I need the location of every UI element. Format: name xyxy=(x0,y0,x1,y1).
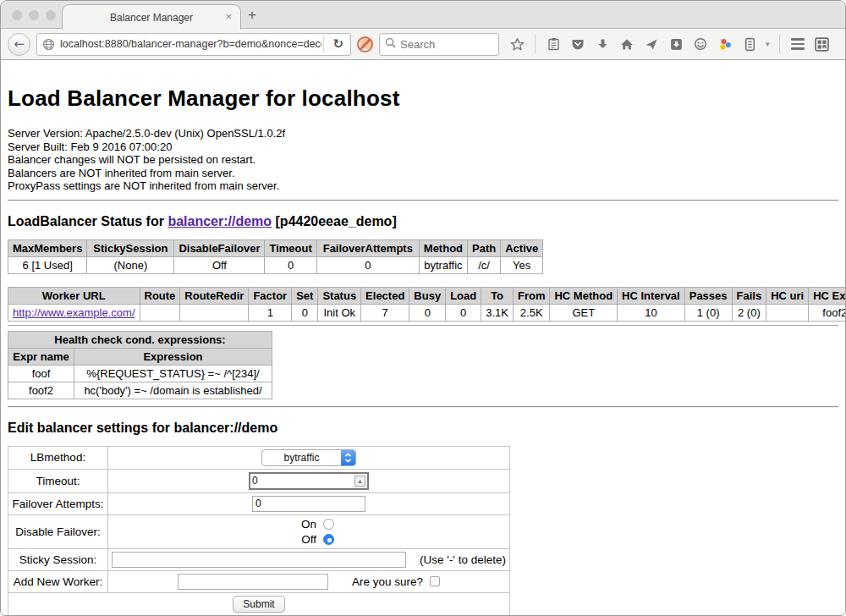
downloads-icon[interactable] xyxy=(594,36,611,52)
radio-on[interactable] xyxy=(323,519,334,530)
pocket-icon[interactable] xyxy=(569,36,586,52)
proxypass-note-line: ProxyPass settings are NOT inherited fro… xyxy=(8,179,838,193)
sticky-session-label: Sticky Session: xyxy=(8,548,108,570)
col-to: To xyxy=(481,287,514,304)
submit-button[interactable]: Submit xyxy=(233,596,284,613)
number-spinner-icon[interactable]: ▲ xyxy=(354,476,365,487)
colored-dots-extension-icon[interactable] xyxy=(717,36,733,52)
radio-on-label: On xyxy=(301,518,316,531)
search-input[interactable] xyxy=(400,38,485,51)
toolbar-separator-2 xyxy=(779,35,780,53)
timeout-input[interactable]: 0 ▲ xyxy=(249,472,369,490)
form-row-add-worker: Add New Worker: Are you sure? xyxy=(8,570,510,592)
cell-timeout: 0 xyxy=(265,256,316,273)
col-passes: Passes xyxy=(684,287,732,304)
new-tab-button[interactable]: + xyxy=(248,8,256,22)
form-row-failover: Failover Attempts: xyxy=(8,492,510,514)
col-load: Load xyxy=(446,287,481,304)
balancer-demo-link[interactable]: balancer://demo xyxy=(168,214,272,228)
loadbalancer-status-heading: LoadBalancer Status for balancer://demo … xyxy=(8,214,838,229)
col-fails: Fails xyxy=(732,287,766,304)
disable-failover-label: Disable Failover: xyxy=(8,514,108,548)
minimize-window-button[interactable] xyxy=(29,10,39,20)
cell-path: /c/ xyxy=(468,256,501,273)
form-row-sticky: Sticky Session: (Use '-' to delete) xyxy=(8,548,510,570)
bookmark-star-icon[interactable] xyxy=(508,36,525,52)
failover-attempts-input[interactable] xyxy=(252,496,365,512)
col-hc-expr: HC Expr xyxy=(809,287,845,304)
col-factor: Factor xyxy=(249,287,292,304)
col-elected: Elected xyxy=(361,287,409,304)
content-blocked-icon[interactable] xyxy=(357,36,373,52)
persist-note-line: Balancer changes will NOT be persisted o… xyxy=(8,153,838,167)
server-version-line: Server Version: Apache/2.5.0-dev (Unix) … xyxy=(8,127,838,140)
sticky-session-input[interactable] xyxy=(112,552,406,568)
col-maxmembers: MaxMembers xyxy=(8,239,87,256)
form-row-timeout: Timeout: 0 ▲ xyxy=(8,469,510,492)
nav-toolbar: ← ↻ xyxy=(1,28,845,60)
home-icon[interactable] xyxy=(618,36,635,52)
cell-expression: %{REQUEST_STATUS} =~ /^[234]/ xyxy=(74,365,272,382)
grid-extension-icon[interactable] xyxy=(814,36,831,52)
col-failoverattempts: FailoverAttempts xyxy=(316,239,419,256)
add-new-worker-label: Add New Worker: xyxy=(8,570,108,592)
col-from: From xyxy=(513,287,550,304)
table-row: foof %{REQUEST_STATUS} =~ /^[234]/ xyxy=(8,365,272,382)
worker-url-link[interactable]: http://www.example.com/ xyxy=(13,306,135,319)
timeout-value: 0 xyxy=(252,475,354,487)
reading-list-icon[interactable] xyxy=(545,36,562,52)
balancer-status-table: MaxMembers StickySession DisableFailover… xyxy=(8,239,543,274)
col-disablefailover: DisableFailover xyxy=(174,239,265,256)
radio-off-label: Off xyxy=(301,533,316,546)
table-header-row: Expr name Expression xyxy=(8,348,272,365)
form-row-lbmethod: LBmethod: bytraffic xyxy=(8,446,510,469)
close-window-button[interactable] xyxy=(12,10,22,20)
zoom-window-button[interactable] xyxy=(46,10,56,20)
url-input[interactable] xyxy=(60,38,321,50)
page-content: Load Balancer Manager for localhost Serv… xyxy=(1,60,845,616)
cell-from: 2.5K xyxy=(513,304,550,321)
table-header-row: Worker URL Route RouteRedir Factor Set S… xyxy=(8,287,846,304)
urlbar-divider xyxy=(323,36,324,52)
extension-download-icon[interactable] xyxy=(667,36,684,52)
notes-panel-icon[interactable] xyxy=(741,36,758,52)
search-bar[interactable] xyxy=(379,33,499,56)
col-active: Active xyxy=(501,239,543,256)
toolbar-separator xyxy=(535,35,536,53)
cell-elected: 7 xyxy=(361,304,409,321)
col-busy: Busy xyxy=(409,287,446,304)
cell-method: bytraffic xyxy=(419,256,467,273)
col-expr-name: Expr name xyxy=(8,348,74,365)
worker-table: Worker URL Route RouteRedir Factor Set S… xyxy=(8,287,845,322)
add-new-worker-input[interactable] xyxy=(178,574,328,590)
cell-factor: 1 xyxy=(249,304,292,321)
reload-icon[interactable]: ↻ xyxy=(326,36,350,52)
back-button[interactable]: ← xyxy=(8,33,30,56)
tab-balancer-manager[interactable]: Balancer Manager × xyxy=(62,4,241,30)
server-info: Server Version: Apache/2.5.0-dev (Unix) … xyxy=(8,127,838,193)
cell-expr-name: foof2 xyxy=(8,382,74,399)
col-routeredir: RouteRedir xyxy=(180,287,249,304)
cell-busy: 0 xyxy=(409,304,446,321)
form-row-submit: Submit xyxy=(8,592,510,615)
chat-smiley-icon[interactable] xyxy=(692,36,709,52)
worker-divider xyxy=(8,325,838,326)
lbmethod-select[interactable]: bytraffic xyxy=(261,449,356,466)
are-you-sure-checkbox[interactable] xyxy=(430,576,440,586)
col-timeout: Timeout xyxy=(265,239,316,256)
url-bar[interactable]: ↻ xyxy=(36,33,351,56)
tab-close-icon[interactable]: × xyxy=(225,10,232,23)
status-heading-suffix: [p4420eeae_demo] xyxy=(272,214,397,228)
radio-off[interactable] xyxy=(323,534,334,545)
menu-hamburger-icon[interactable] xyxy=(789,36,806,52)
cell-route xyxy=(140,304,180,321)
col-hc-uri: HC uri xyxy=(766,287,809,304)
site-identity-globe-icon[interactable] xyxy=(37,38,60,51)
tab-title: Balancer Manager xyxy=(110,12,193,24)
chevron-down-icon[interactable]: ▾ xyxy=(766,40,770,48)
col-status: Status xyxy=(318,287,361,304)
cell-hc-uri xyxy=(766,304,809,321)
send-plane-icon[interactable] xyxy=(643,36,660,52)
window-controls[interactable] xyxy=(12,10,56,20)
cell-disablefailover: Off xyxy=(174,256,265,273)
